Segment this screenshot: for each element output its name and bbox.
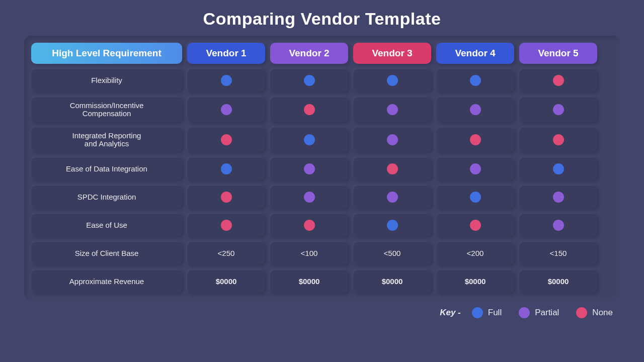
full-dot-icon [470,192,481,203]
table-row: Approximate Revenue$0000$0000$0000$0000$… [31,270,613,293]
full-dot-icon [470,75,481,86]
cell-vendor-5 [519,186,597,209]
row-label: Ease of Use [31,214,182,237]
none-dot-icon [221,192,232,203]
cell-vendor-3 [353,69,431,92]
page-title: Comparing Vendor Template [0,0,644,36]
cell-vendor-5 [519,97,597,122]
full-dot-icon [304,134,315,145]
cell-vendor-5 [519,69,597,92]
full-dot-icon [221,163,232,174]
cell-vendor-3: <500 [353,242,431,265]
cell-vendor-1 [187,157,265,180]
legend-item-full: Full [472,307,502,318]
header-vendor-1: Vendor 1 [187,43,265,64]
legend-item-partial: Partial [519,307,559,318]
none-dot-icon [553,75,564,86]
cell-vendor-2 [270,157,348,180]
none-dot-icon [470,220,481,231]
header-requirement: High Level Requirement [31,43,182,64]
partial-dot-icon [304,163,315,174]
table-row: Ease of Data Integration [31,157,613,180]
cell-vendor-1 [187,186,265,209]
row-label: Integrated Reporting and Analytics [31,127,182,152]
full-dot-icon [304,75,315,86]
cell-vendor-5: $0000 [519,270,597,293]
cell-vendor-3 [353,157,431,180]
cell-vendor-2: $0000 [270,270,348,293]
partial-dot-icon [470,104,481,115]
partial-dot-icon [221,104,232,115]
table-row: SPDC Integration [31,186,613,209]
partial-dot-icon [553,104,564,115]
cell-vendor-5 [519,127,597,152]
cell-vendor-1 [187,214,265,237]
cell-vendor-5 [519,157,597,180]
cell-vendor-1 [187,97,265,122]
header-vendor-3: Vendor 3 [353,43,431,64]
cell-vendor-2: <100 [270,242,348,265]
cell-vendor-4: $0000 [436,270,514,293]
cell-vendor-4 [436,97,514,122]
none-dot-icon [304,220,315,231]
none-dot-icon [470,134,481,145]
none-dot-icon [553,134,564,145]
row-label: Size of Client Base [31,242,182,265]
legend-prefix: Key - [440,308,461,318]
cell-vendor-3: $0000 [353,270,431,293]
cell-vendor-3 [353,186,431,209]
cell-vendor-5: <150 [519,242,597,265]
legend-label: Partial [535,308,559,318]
cell-vendor-3 [353,127,431,152]
header-vendor-5: Vendor 5 [519,43,597,64]
cell-vendor-4 [436,127,514,152]
partial-dot-icon [387,192,398,203]
full-dot-icon [472,307,483,318]
cell-vendor-2 [270,214,348,237]
partial-dot-icon [387,134,398,145]
header-vendor-2: Vendor 2 [270,43,348,64]
none-dot-icon [304,104,315,115]
legend-label: None [592,308,613,318]
table-row: Ease of Use [31,214,613,237]
cell-vendor-4 [436,214,514,237]
full-dot-icon [221,75,232,86]
row-label: SPDC Integration [31,186,182,209]
cell-vendor-4 [436,69,514,92]
row-label: Ease of Data Integration [31,157,182,180]
cell-vendor-2 [270,127,348,152]
cell-vendor-4: <200 [436,242,514,265]
comparison-panel: High Level RequirementVendor 1Vendor 2Ve… [24,36,620,300]
partial-dot-icon [304,192,315,203]
cell-vendor-5 [519,214,597,237]
row-label: Commission/Incentive Compensation [31,97,182,122]
full-dot-icon [387,220,398,231]
cell-vendor-2 [270,69,348,92]
none-dot-icon [221,220,232,231]
partial-dot-icon [470,163,481,174]
comparison-table: High Level RequirementVendor 1Vendor 2Ve… [31,43,613,293]
partial-dot-icon [387,104,398,115]
row-label: Approximate Revenue [31,270,182,293]
cell-vendor-1 [187,127,265,152]
none-dot-icon [387,163,398,174]
table-row: Commission/Incentive Compensation [31,97,613,122]
partial-dot-icon [553,220,564,231]
cell-vendor-3 [353,97,431,122]
legend-item-none: None [576,307,613,318]
legend-label: Full [488,308,502,318]
partial-dot-icon [553,192,564,203]
table-row: Flexibility [31,69,613,92]
table-header-row: High Level RequirementVendor 1Vendor 2Ve… [31,43,613,64]
none-dot-icon [221,134,232,145]
cell-vendor-1: $0000 [187,270,265,293]
none-dot-icon [576,307,587,318]
row-label: Flexibility [31,69,182,92]
header-vendor-4: Vendor 4 [436,43,514,64]
legend: Key - FullPartialNone [0,307,613,318]
cell-vendor-1 [187,69,265,92]
table-row: Size of Client Base<250<100<500<200<150 [31,242,613,265]
partial-dot-icon [519,307,530,318]
full-dot-icon [553,163,564,174]
cell-vendor-2 [270,97,348,122]
